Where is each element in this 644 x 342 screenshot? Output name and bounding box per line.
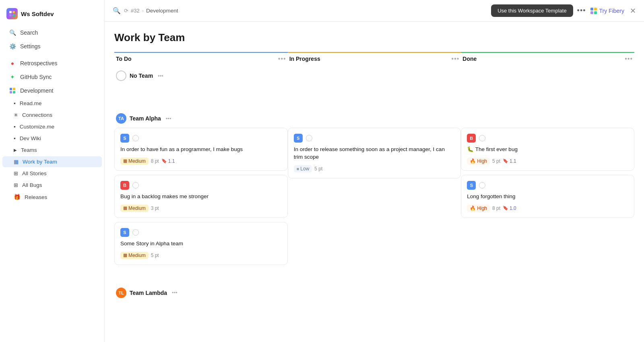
card-trim-priority: ■ Low xyxy=(294,165,312,172)
sidebar-workbyteam-label: Work by Team xyxy=(23,159,57,165)
sidebar-item-devwiki[interactable]: ▪ Dev Wiki xyxy=(2,133,102,144)
sidebar-item-workbyteam[interactable]: ▦ Work by Team xyxy=(2,156,102,167)
breadcrumb-id: #32 xyxy=(131,8,140,14)
card-fun-points: 8 pt xyxy=(151,158,159,164)
page-content: Work by Team To Do ••• In Progress ••• D… xyxy=(105,22,644,342)
breadcrumb-name[interactable]: Development xyxy=(146,8,178,14)
allstories-icon: ⊞ xyxy=(14,170,18,176)
svg-rect-2 xyxy=(9,14,12,17)
card-story-header: S xyxy=(120,228,282,237)
priority-stripe-icon2: ▦ xyxy=(123,205,127,211)
sidebar-allbugs-label: All Bugs xyxy=(22,182,42,188)
card-first-bug[interactable]: B 🐛 The first ever bug 🔥 High 5 pt 🔖 1.1 xyxy=(461,128,634,171)
sidebar-search-label: Search xyxy=(20,29,38,36)
team-alpha-done-col: B 🐛 The first ever bug 🔥 High 5 pt 🔖 1.1 xyxy=(461,111,634,269)
workspace-icon xyxy=(6,8,18,19)
workspace-logo[interactable]: Ws Softdev xyxy=(0,5,104,26)
column-todo-title: To Do xyxy=(116,56,132,62)
card-bug-header: B xyxy=(120,181,282,190)
column-inprogress-more[interactable]: ••• xyxy=(452,55,460,62)
breadcrumb: ⟳ #32 › Development xyxy=(124,8,178,14)
sidebar-item-development[interactable]: Development xyxy=(2,84,102,97)
card-trim-checkbox[interactable] xyxy=(306,135,312,141)
no-team-avatar xyxy=(116,70,126,81)
sidebar-releases-label: Releases xyxy=(25,194,47,200)
team-lambda-done-col xyxy=(461,285,634,302)
sidebar-item-releases[interactable]: 🎁 Releases xyxy=(2,191,102,203)
card-forgotten-footer: 🔥 High 8 pt 🔖 1.0 xyxy=(467,205,628,212)
svg-rect-3 xyxy=(12,14,15,17)
topbar-more-button[interactable]: ••• xyxy=(577,6,586,15)
card-firstbug-checkbox[interactable] xyxy=(479,135,485,141)
sidebar-customize-label: Customize.me xyxy=(20,124,54,130)
card-story-priority: ▦ Medium xyxy=(120,252,149,259)
sidebar-item-readme[interactable]: ▪ Read.me xyxy=(2,98,102,109)
card-bug-checkbox[interactable] xyxy=(132,182,139,189)
column-todo-header: To Do ••• xyxy=(114,52,288,66)
card-some-story[interactable]: S Some Story in Alpha team ▦ Medium 5 pt xyxy=(114,222,288,265)
workbyteam-icon: ▦ xyxy=(14,159,19,165)
team-alpha-more[interactable]: ••• xyxy=(166,116,171,122)
card-trim-footer: ■ Low 5 pt xyxy=(294,165,455,172)
sidebar-github-label: GitHub Sync xyxy=(20,74,52,80)
column-todo-more[interactable]: ••• xyxy=(278,55,286,62)
card-type-s-badge2: S xyxy=(120,228,129,237)
priority-low-icon: ■ xyxy=(297,166,299,171)
team-lambda-todo-col: TL Team Lambda ••• xyxy=(114,285,288,302)
devwiki-icon: ▪ xyxy=(14,135,16,141)
svg-rect-0 xyxy=(9,11,12,13)
column-todo: To Do ••• xyxy=(114,52,288,68)
priority-stripe-icon: ▦ xyxy=(123,158,127,164)
no-team-todo-col: No Team ••• xyxy=(114,68,288,101)
sidebar-item-customize[interactable]: ▪ Customize.me xyxy=(2,121,102,132)
svg-rect-9 xyxy=(594,8,597,10)
settings-icon: ⚙️ xyxy=(9,43,16,50)
sidebar-item-settings[interactable]: ⚙️ Settings xyxy=(2,40,102,53)
card-fun-checkbox[interactable] xyxy=(132,135,139,141)
topbar-search-icon[interactable]: 🔍 xyxy=(113,7,121,15)
card-fun-footer: ▦ Medium 8 pt 🔖 1.1 xyxy=(120,158,282,165)
sidebar-item-github-sync[interactable]: ✦ GitHub Sync xyxy=(2,70,102,83)
sidebar-settings-label: Settings xyxy=(20,43,41,50)
priority-stripe-icon3: ▦ xyxy=(123,253,127,258)
team-alpha-inprogress-col: S In order to release something soon as … xyxy=(288,111,461,269)
card-bug-backlog[interactable]: B Bug in a backlog makes me stronger ▦ M… xyxy=(114,175,288,218)
breadcrumb-sync-icon: ⟳ xyxy=(124,8,128,14)
main-content: 🔍 ⟳ #32 › Development Use this Workspace… xyxy=(105,0,644,342)
sidebar-item-teams[interactable]: ▶ Teams xyxy=(2,145,102,155)
card-firstbug-header: B xyxy=(467,134,628,143)
allbugs-icon: ⊞ xyxy=(14,182,18,188)
column-done-title: Done xyxy=(462,56,477,62)
svg-rect-10 xyxy=(590,11,593,14)
card-bug-points: 3 pt xyxy=(151,205,159,211)
card-story-fun[interactable]: S In order to have fun as a programmer, … xyxy=(114,128,288,171)
no-team-inprogress-col xyxy=(288,68,461,101)
readme-icon: ▪ xyxy=(14,100,16,106)
card-story-checkbox[interactable] xyxy=(132,229,139,236)
sidebar-item-allstories[interactable]: ⊞ All Stories xyxy=(2,168,102,179)
fibery-link[interactable]: Try Fibery xyxy=(590,7,624,15)
svg-rect-7 xyxy=(13,91,15,93)
sidebar-retro-label: Retrospectives xyxy=(20,60,58,66)
sidebar-item-search[interactable]: 🔍 Search xyxy=(2,26,102,39)
sidebar-item-allbugs[interactable]: ⊞ All Bugs xyxy=(2,180,102,191)
no-team-more[interactable]: ••• xyxy=(158,73,163,79)
column-inprogress: In Progress ••• xyxy=(288,52,461,68)
releases-icon: 🎁 xyxy=(14,194,21,200)
svg-rect-4 xyxy=(10,88,12,90)
release-pin-icon2: 🔖 xyxy=(503,158,508,164)
sidebar: Ws Softdev 🔍 Search ⚙️ Settings ● Retros… xyxy=(0,0,105,342)
sidebar-item-retrospectives[interactable]: ● Retrospectives xyxy=(2,57,102,70)
card-trim-scope[interactable]: S In order to release something soon as … xyxy=(288,128,461,178)
card-forgotten-title: Long forgotten thing xyxy=(467,193,628,201)
svg-rect-5 xyxy=(13,88,15,90)
template-button[interactable]: Use this Workspace Template xyxy=(491,4,573,17)
card-forgotten-checkbox[interactable] xyxy=(479,182,485,189)
column-done-more[interactable]: ••• xyxy=(625,55,633,62)
card-forgotten[interactable]: S Long forgotten thing 🔥 High 8 pt 🔖 1.0 xyxy=(461,175,634,218)
sidebar-item-connections[interactable]: ✳ Connections xyxy=(2,110,102,120)
column-inprogress-title: In Progress xyxy=(289,56,320,62)
close-button[interactable]: ✕ xyxy=(630,6,636,15)
card-bug-title: Bug in a backlog makes me stronger xyxy=(120,193,282,201)
team-lambda-more[interactable]: ••• xyxy=(172,290,178,296)
